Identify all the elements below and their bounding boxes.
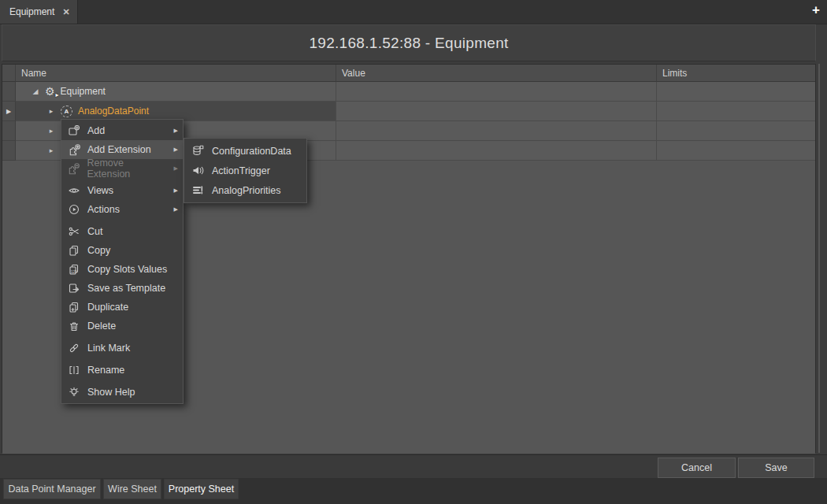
- link-icon: [68, 343, 80, 354]
- application-window: Equipment ✕ + 192.168.1.52:88 - Equipmen…: [0, 0, 827, 504]
- analog-point-icon: A: [61, 106, 72, 117]
- cancel-button[interactable]: Cancel: [658, 458, 736, 478]
- submenu-item-label: ActionTrigger: [212, 165, 270, 176]
- scrollbar-track[interactable]: [818, 64, 820, 453]
- column-header-limits[interactable]: Limits: [657, 65, 815, 82]
- add-extension-submenu: ConfigurationData ActionTrigger AnalogPr…: [184, 138, 307, 203]
- scissors-icon: [68, 226, 80, 237]
- name-cell[interactable]: ◢ ⚙▸ Equipment: [16, 82, 336, 102]
- menu-item-label: Duplicate: [87, 302, 128, 313]
- menu-item-label: Cut: [87, 226, 102, 237]
- submenu-item-configurationdata[interactable]: ConfigurationData: [184, 141, 306, 161]
- menu-item-label: Views: [87, 185, 113, 196]
- menu-item-label: Copy: [87, 245, 110, 256]
- menu-item-remove-extension[interactable]: Remove Extension ▶: [61, 159, 183, 178]
- collapse-arrow-icon[interactable]: ▸: [47, 146, 55, 154]
- table-row[interactable]: ◢ ⚙▸ Equipment: [2, 82, 815, 102]
- row-gutter-cell: [2, 82, 16, 102]
- add-icon: [68, 125, 80, 136]
- row-gutter-cell: [2, 121, 16, 141]
- context-menu: Add ▶ Add Extension ▶ Remove Extension ▶…: [61, 119, 184, 404]
- document-tabbar: Equipment ✕ +: [0, 0, 827, 24]
- configuration-data-icon: [191, 145, 205, 157]
- gutter-header-cell: [2, 65, 16, 82]
- grid-header: Name Value Limits: [2, 65, 815, 82]
- menu-item-rename[interactable]: Rename: [61, 361, 183, 380]
- remove-extension-icon: [68, 163, 80, 175]
- submenu-arrow-icon: ▶: [174, 146, 178, 153]
- svg-text:123: 123: [71, 270, 77, 274]
- rename-icon: [68, 365, 80, 376]
- submenu-arrow-icon: ▶: [174, 206, 178, 213]
- submenu-arrow-icon: ▶: [174, 187, 178, 194]
- menu-item-save-as-template[interactable]: Save as Template: [61, 279, 183, 298]
- value-cell[interactable]: [336, 102, 657, 121]
- copy-values-icon: 123: [68, 264, 80, 275]
- menu-item-label: Link Mark: [87, 343, 130, 354]
- submenu-item-label: ConfigurationData: [212, 146, 291, 157]
- tab-label: Equipment: [9, 6, 54, 17]
- limits-cell[interactable]: [657, 121, 815, 141]
- gear-icon: ⚙▸: [45, 86, 55, 97]
- action-trigger-icon: [191, 165, 205, 176]
- menu-item-label: Add Extension: [87, 144, 151, 155]
- limits-cell[interactable]: [657, 82, 815, 102]
- menu-item-label: Show Help: [87, 387, 135, 398]
- menu-item-delete[interactable]: Delete: [61, 317, 183, 335]
- title-panel: 192.168.1.52:88 - Equipment: [2, 24, 816, 61]
- tab-wire-sheet[interactable]: Wire Sheet: [103, 479, 161, 499]
- submenu-arrow-icon: ▶: [174, 128, 178, 134]
- menu-item-label: Rename: [87, 365, 124, 376]
- menu-item-add[interactable]: Add ▶: [61, 121, 183, 140]
- tab-data-point-manager[interactable]: Data Point Manager: [3, 479, 101, 499]
- menu-item-actions[interactable]: Actions ▶: [61, 200, 183, 219]
- menu-item-label: Add: [87, 125, 105, 136]
- limits-cell[interactable]: [657, 102, 815, 121]
- submenu-item-label: AnalogPriorities: [212, 185, 281, 196]
- menu-item-label: Remove Extension: [87, 158, 166, 180]
- menu-item-label: Copy Slots Values: [87, 264, 167, 275]
- save-button[interactable]: Save: [738, 458, 814, 478]
- submenu-item-actiontrigger[interactable]: ActionTrigger: [184, 161, 306, 180]
- save-template-icon: [68, 283, 80, 294]
- add-extension-icon: [68, 144, 80, 156]
- menu-item-label: Delete: [87, 321, 116, 332]
- menu-item-views[interactable]: Views ▶: [61, 181, 183, 200]
- tree-node-label[interactable]: AnalogDataPoint: [78, 106, 149, 117]
- current-row-marker-icon: ▶: [6, 108, 11, 115]
- lightbulb-icon: [68, 387, 80, 398]
- new-tab-button[interactable]: +: [812, 2, 820, 18]
- value-cell[interactable]: [336, 82, 657, 102]
- row-gutter-cell: [2, 141, 16, 161]
- column-header-value[interactable]: Value: [336, 65, 657, 82]
- eye-icon: [68, 185, 80, 196]
- menu-item-duplicate[interactable]: Duplicate: [61, 298, 183, 317]
- tab-equipment[interactable]: Equipment ✕: [0, 0, 78, 24]
- menu-item-label: Actions: [87, 204, 120, 215]
- menu-item-cut[interactable]: Cut: [61, 222, 183, 241]
- submenu-item-analogpriorities[interactable]: AnalogPriorities: [184, 180, 306, 200]
- limits-cell[interactable]: [657, 141, 815, 161]
- menu-item-show-help[interactable]: Show Help: [61, 383, 183, 402]
- menu-item-copy-slots-values[interactable]: 123 Copy Slots Values: [61, 260, 183, 279]
- tab-property-sheet[interactable]: Property Sheet: [164, 479, 239, 499]
- collapse-arrow-icon[interactable]: ▸: [47, 127, 55, 135]
- submenu-arrow-icon: ▶: [174, 165, 178, 172]
- menu-item-link-mark[interactable]: Link Mark: [61, 339, 183, 358]
- duplicate-icon: [68, 302, 80, 313]
- expand-arrow-icon[interactable]: ◢: [32, 87, 39, 95]
- footer-bar: Cancel Save: [0, 454, 827, 478]
- menu-item-label: Save as Template: [87, 283, 165, 294]
- menu-item-add-extension[interactable]: Add Extension ▶: [61, 140, 183, 159]
- close-icon[interactable]: ✕: [62, 8, 69, 17]
- analog-priorities-icon: [191, 184, 205, 196]
- trash-icon: [68, 321, 80, 332]
- column-header-name[interactable]: Name: [16, 65, 336, 82]
- value-cell[interactable]: [336, 121, 657, 141]
- right-scroll-strip[interactable]: [816, 24, 827, 454]
- value-cell[interactable]: [336, 141, 657, 161]
- menu-item-copy[interactable]: Copy: [61, 241, 183, 260]
- tree-node-label[interactable]: Equipment: [61, 86, 106, 97]
- collapse-arrow-icon[interactable]: ▸: [47, 107, 55, 115]
- copy-icon: [68, 245, 80, 256]
